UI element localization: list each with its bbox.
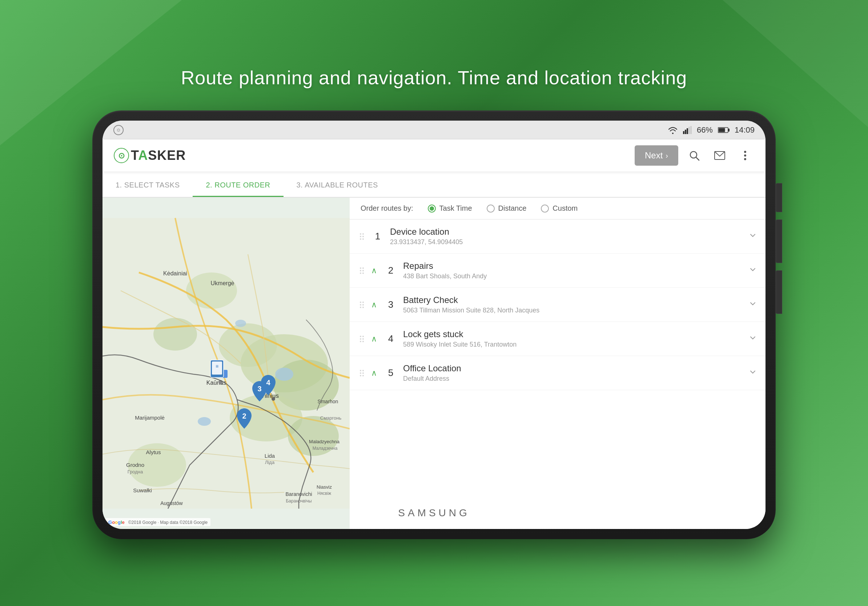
map-attribution: Google ©2018 Google · Map data ©2018 Goo… (105, 518, 211, 526)
route-num-1: 1 (371, 231, 384, 242)
up-arrow-5[interactable]: ∧ (371, 368, 377, 378)
app-bar-actions: Next › (635, 145, 755, 166)
svg-text:Маладзечна: Маладзечна (313, 446, 338, 451)
signal-icon (683, 126, 692, 134)
svg-text:Grodno: Grodno (126, 462, 144, 468)
route-info-2: Repairs 438 Bart Shoals, South Andy (403, 261, 743, 280)
table-row[interactable]: ∧ 2 Repairs 438 Bart Shoals, South Andy (350, 254, 766, 288)
up-arrow-2[interactable]: ∧ (371, 266, 377, 275)
drag-handle-5[interactable] (358, 368, 365, 378)
route-addr-2: 438 Bart Shoals, South Andy (403, 272, 743, 280)
screen: ⊙ 66% (102, 121, 766, 529)
route-info-3: Battery Check 5063 Tillman Mission Suite… (403, 295, 743, 314)
side-button-1[interactable] (776, 183, 782, 212)
svg-text:≡: ≡ (215, 363, 219, 369)
expand-btn-1[interactable] (749, 232, 757, 241)
svg-rect-0 (683, 131, 684, 134)
table-row[interactable]: ∧ 5 Office Location Default Address (350, 356, 766, 390)
svg-text:Гродна: Гродна (127, 469, 143, 475)
drag-handle-4[interactable] (358, 334, 365, 344)
svg-rect-4 (690, 126, 692, 134)
svg-text:Kaūnas: Kaūnas (206, 380, 226, 386)
table-row[interactable]: ∧ 4 Lock gets stuck 589 Wisoky Inlet Sui… (350, 322, 766, 356)
drag-handle-3[interactable] (358, 300, 365, 309)
order-bar: Order routes by: Task Time Distance Cust… (350, 198, 766, 220)
svg-text:Смаргонь: Смаргонь (320, 415, 342, 421)
drag-handle-1[interactable] (358, 232, 365, 241)
svg-text:Marijampolė: Marijampolė (135, 414, 165, 421)
distance-option[interactable]: Distance (487, 204, 527, 213)
svg-rect-3 (688, 127, 690, 134)
custom-radio[interactable] (541, 204, 549, 213)
wifi-icon (668, 126, 678, 134)
task-time-radio-inner (429, 206, 434, 211)
route-num-2: 2 (384, 265, 397, 276)
map-copyright: ©2018 Google · Map data ©2018 Google (128, 520, 208, 525)
expand-btn-2[interactable] (749, 266, 757, 276)
logo-a-letter: A (138, 148, 148, 163)
nav-icon: ⊙ (113, 125, 124, 135)
svg-text:Lida: Lida (265, 453, 275, 459)
route-title-4: Lock gets stuck (403, 329, 743, 339)
app-bar: ⊙ TASKER Next › (102, 139, 766, 172)
app-logo: ⊙ TASKER (113, 147, 186, 164)
status-left: ⊙ (113, 125, 124, 135)
samsung-label: SAMSUNG (398, 507, 470, 519)
next-chevron-icon: › (665, 152, 668, 160)
route-num-3: 3 (384, 299, 397, 310)
svg-point-27 (235, 320, 246, 327)
side-button-2[interactable] (776, 220, 782, 263)
up-arrow-3[interactable]: ∧ (371, 300, 377, 309)
up-arrow-4[interactable]: ∧ (371, 334, 377, 344)
custom-option[interactable]: Custom (541, 204, 578, 213)
mail-icon (714, 151, 725, 160)
route-info-5: Office Location Default Address (403, 363, 743, 383)
search-button[interactable] (685, 146, 704, 165)
svg-text:Suwałki: Suwałki (133, 487, 152, 493)
route-info-1: Device location 23.9313437, 54.9094405 (390, 227, 743, 246)
svg-text:Baranovichi: Baranovichi (285, 491, 312, 497)
expand-btn-3[interactable] (749, 300, 757, 310)
distance-label: Distance (498, 204, 527, 213)
task-time-radio[interactable] (428, 204, 436, 213)
tab-select-tasks[interactable]: 1. SELECT TASKS (102, 181, 193, 197)
side-button-3[interactable] (776, 270, 782, 314)
tab-available-routes[interactable]: 3. AVAILABLE ROUTES (284, 181, 391, 197)
mail-button[interactable] (710, 146, 729, 165)
svg-text:Alytus: Alytus (146, 449, 161, 455)
svg-point-26 (198, 417, 211, 426)
task-time-label: Task Time (439, 204, 472, 213)
svg-point-14 (744, 155, 746, 156)
svg-point-25 (275, 368, 293, 381)
svg-point-13 (744, 151, 746, 153)
table-row[interactable]: 1 Device location 23.9313437, 54.9094405 (350, 220, 766, 254)
route-addr-3: 5063 Tillman Mission Suite 828, North Ja… (403, 307, 743, 314)
next-label: Next (645, 150, 663, 161)
distance-radio[interactable] (487, 204, 495, 213)
expand-btn-4[interactable] (749, 334, 757, 344)
more-icon (744, 150, 747, 161)
tab-route-order[interactable]: 2. ROUTE ORDER (193, 181, 283, 197)
route-num-4: 4 (384, 333, 397, 345)
status-right: 66% 14:09 (668, 125, 755, 135)
svg-rect-2 (687, 128, 688, 134)
logo-text: TASKER (131, 148, 186, 163)
next-button[interactable]: Next › (635, 145, 678, 166)
more-button[interactable] (736, 146, 755, 165)
status-bar: ⊙ 66% (102, 121, 766, 139)
expand-btn-5[interactable] (749, 368, 757, 378)
route-panel: Order routes by: Task Time Distance Cust… (350, 198, 766, 529)
tagline: Route planning and navigation. Time and … (181, 67, 687, 89)
route-title-3: Battery Check (403, 295, 743, 305)
drag-handle-2[interactable] (358, 266, 365, 275)
svg-text:3: 3 (257, 385, 261, 393)
svg-text:Maladzyechna: Maladzyechna (309, 439, 340, 444)
svg-point-21 (153, 318, 197, 351)
table-row[interactable]: ∧ 3 Battery Check 5063 Tillman Mission S… (350, 288, 766, 322)
google-logo: G (108, 519, 112, 525)
task-time-option[interactable]: Task Time (428, 204, 472, 213)
main-content: E85 Ukmergė Kėdainiai Vilnius Marijampol… (102, 198, 766, 529)
svg-rect-7 (718, 128, 725, 132)
tab-bar: 1. SELECT TASKS 2. ROUTE ORDER 3. AVAILA… (102, 172, 766, 198)
svg-text:4: 4 (266, 379, 270, 386)
